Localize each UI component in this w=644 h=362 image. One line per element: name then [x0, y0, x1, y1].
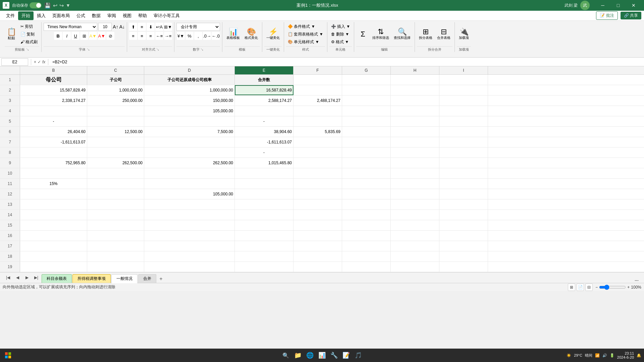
cell-d13[interactable] — [144, 199, 235, 209]
table-style-button[interactable]: 📋 套用表格格式 ▼ — [286, 31, 325, 38]
cell-h6[interactable] — [391, 127, 439, 137]
tab-first-button[interactable]: |◀ — [4, 274, 12, 282]
cell-c7[interactable] — [87, 137, 144, 147]
cell-e1[interactable]: 合并数 — [235, 75, 293, 85]
merge-table-button[interactable]: ⊟ 合并表格 — [435, 27, 452, 42]
cell-b6[interactable]: 26,404.60 — [20, 127, 87, 137]
format-painter-button[interactable]: 🖌 格式刷 — [19, 38, 39, 46]
align-bottom-button[interactable]: ⬇ — [147, 23, 155, 31]
format-cell-button[interactable]: ⚙ 格式 ▼ — [329, 38, 352, 46]
row-num-3[interactable]: 3 — [0, 96, 20, 106]
cell-e8[interactable]: - — [235, 147, 293, 158]
tab-next-button[interactable]: ▶ — [23, 274, 31, 282]
cell-b14[interactable] — [20, 210, 87, 220]
cell-f11[interactable] — [293, 179, 342, 189]
page-layout-view-button[interactable]: 📄 — [577, 284, 584, 291]
page-break-view-button[interactable]: ⊟ — [585, 284, 593, 291]
col-header-f[interactable]: F — [293, 66, 342, 74]
tab-more-button[interactable]: ⋯ — [635, 278, 639, 283]
underline-button[interactable]: U — [71, 32, 79, 40]
cell-e7[interactable]: -1,611,613.07 — [235, 137, 293, 147]
cell-h5[interactable] — [391, 116, 439, 126]
align-center-button[interactable]: ≡ — [138, 32, 146, 40]
copy-button[interactable]: 📄 复制 — [19, 31, 39, 38]
cell-h8[interactable] — [391, 147, 439, 158]
cell-b10[interactable] — [20, 168, 87, 178]
cell-g4[interactable] — [342, 106, 391, 116]
excel-taskbar-button[interactable]: 📊 — [317, 350, 327, 361]
cell-h3[interactable] — [391, 96, 439, 106]
cell-style-button[interactable]: 🎨 单元格样式 ▼ — [286, 38, 325, 46]
cell-g7[interactable] — [342, 137, 391, 147]
zoom-in-button[interactable]: + — [627, 285, 630, 290]
share-button[interactable]: 🔗 共享 — [621, 12, 641, 19]
row-num-16[interactable]: 16 — [0, 231, 20, 241]
cell-i8[interactable] — [439, 147, 488, 158]
row-num-1[interactable]: 1 — [0, 75, 20, 85]
font-size-input[interactable] — [98, 23, 112, 31]
cell-i7[interactable] — [439, 137, 488, 147]
cell-f10[interactable] — [293, 168, 342, 178]
zoom-slider[interactable] — [599, 285, 626, 290]
cell-b11[interactable]: 15% — [20, 179, 87, 189]
align-right-button[interactable]: ≡ — [147, 32, 155, 40]
cell-c14[interactable] — [87, 210, 144, 220]
maximize-button[interactable]: □ — [610, 0, 626, 11]
col-header-b[interactable]: B — [20, 66, 87, 74]
row-num-12[interactable]: 12 — [0, 189, 20, 199]
cell-g13[interactable] — [342, 199, 391, 209]
align-top-button[interactable]: ⬆ — [129, 23, 137, 31]
cell-b9[interactable]: 752,965.80 — [20, 158, 87, 168]
cell-b5[interactable]: - — [20, 116, 87, 126]
menu-insert[interactable]: 插入 — [34, 11, 49, 20]
volume-icon[interactable]: 🔊 — [602, 353, 607, 358]
percent-button[interactable]: % — [185, 32, 194, 40]
menu-data[interactable]: 数据 — [89, 11, 104, 20]
save-icon[interactable]: 💾 — [44, 2, 51, 9]
cell-i1[interactable] — [439, 75, 488, 85]
cell-f5[interactable] — [293, 116, 342, 126]
cell-f3[interactable]: 2,488,174.27 — [293, 96, 342, 106]
row-num-14[interactable]: 14 — [0, 210, 20, 220]
cell-h4[interactable] — [391, 106, 439, 116]
cell-i6[interactable] — [439, 127, 488, 137]
cell-h1[interactable] — [391, 75, 439, 85]
cell-d5[interactable] — [144, 116, 235, 126]
cell-d3[interactable]: 150,000.00 — [144, 96, 235, 106]
cell-c10[interactable] — [87, 168, 144, 178]
split-table-button[interactable]: ⊞ 拆分表格 — [417, 27, 434, 42]
find-select-button[interactable]: 🔍 查找和选择 — [392, 27, 413, 42]
formula-func-icon[interactable]: × — [34, 60, 36, 64]
cell-f14[interactable] — [293, 210, 342, 220]
start-button[interactable] — [3, 350, 13, 361]
comma-button[interactable]: , — [194, 32, 202, 40]
cell-d1[interactable]: 子公司还原成母公司税率 — [144, 75, 235, 85]
tab-subject-balance[interactable]: 科目余额表 — [42, 274, 72, 283]
cell-h7[interactable] — [391, 137, 439, 147]
menu-formulas[interactable]: 公式 — [73, 11, 89, 20]
cell-e13[interactable] — [235, 199, 293, 209]
decrease-decimal-button[interactable]: ←.0 — [212, 32, 220, 40]
font-family-selector[interactable]: Times New Roman — [44, 23, 97, 31]
cell-reference-input[interactable] — [1, 58, 28, 66]
cell-b8[interactable] — [20, 147, 87, 158]
cell-b13[interactable] — [20, 199, 87, 209]
cell-d2[interactable]: 1,000,000.00 — [144, 85, 235, 95]
cell-b1[interactable]: 母公司 — [20, 75, 87, 85]
clear-button[interactable]: ⊘ — [106, 32, 114, 40]
col-header-d[interactable]: D — [144, 66, 235, 74]
cell-g6[interactable] — [342, 127, 391, 137]
row-num-13[interactable]: 13 — [0, 199, 20, 209]
undo-icon[interactable]: ↩ — [53, 2, 57, 9]
search-taskbar-button[interactable]: 🔍 — [280, 350, 291, 361]
cell-g14[interactable] — [342, 210, 391, 220]
add-sheet-button[interactable]: + — [157, 275, 165, 283]
cell-i11[interactable] — [439, 179, 488, 189]
cell-b3[interactable]: 2,338,174.27 — [20, 96, 87, 106]
cell-h12[interactable] — [391, 189, 439, 199]
decrease-indent-button[interactable]: ←≡ — [155, 32, 163, 40]
filter-icon[interactable]: ▼ — [66, 3, 70, 8]
autosum-button[interactable]: Σ — [356, 29, 370, 39]
cell-e10[interactable] — [235, 168, 293, 178]
cell-e5[interactable]: - — [235, 116, 293, 126]
